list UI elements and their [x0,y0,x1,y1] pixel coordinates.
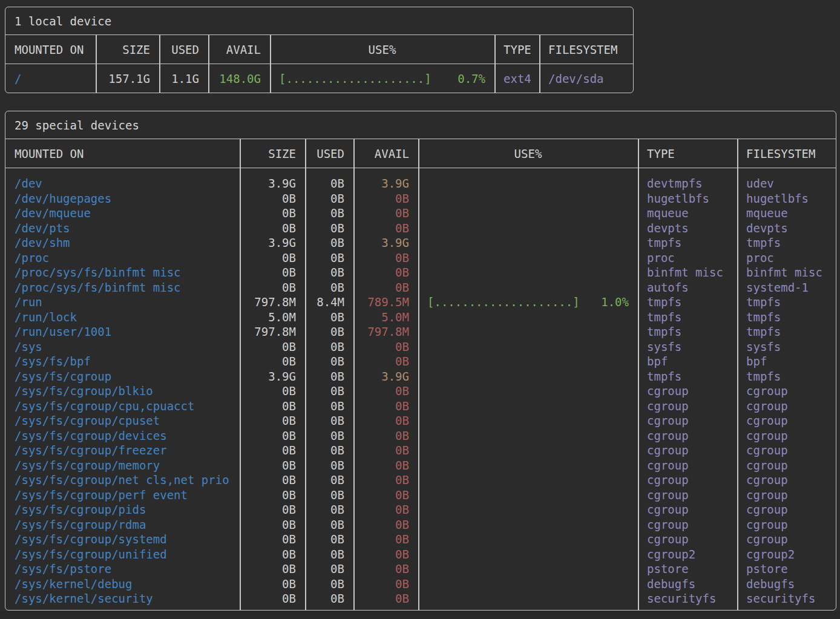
used-value: 0B [305,206,353,220]
avail-value: 0B [353,355,418,368]
special-devices-header-row: MOUNTED ON SIZE USED AVAIL USE% TYPE FIL… [5,139,836,168]
table-row: /sys/fs/cgroup/perf_event 0B 0B 0B cgrou… [5,488,836,503]
size-value: 0B [240,592,305,605]
filesystem: tmpfs [737,310,835,324]
table-row: /sys/fs/cgroup/cpuset 0B 0B 0B cgroup cg… [5,413,836,428]
size-value: 0B [240,562,305,575]
mount-point: /proc/sys/fs/binfmt_misc [5,266,240,279]
header-type: TYPE [494,35,539,64]
used-value: 0B [305,414,353,427]
mount-point: /sys/fs/cgroup/pids [5,503,240,516]
filesystem: cgroup [737,414,835,427]
avail-value: 0B [353,251,418,264]
filesystem: cgroup [737,503,835,516]
size-value: 0B [240,577,305,591]
used-value: 0B [305,399,353,413]
table-row: /dev/mqueue 0B 0B 0B mqueue mqueue [5,206,836,221]
filesystem: proc [737,251,835,264]
used-value: 0B [305,488,353,502]
avail-value: 0B [353,459,418,472]
table-row: /sys/fs/cgroup/blkio 0B 0B 0B cgroup cgr… [5,384,836,399]
table-row: /sys/kernel/debug 0B 0B 0B debugfs debug… [5,577,836,592]
size-value: 0B [240,444,305,457]
column-divider [208,35,209,93]
column-divider [270,35,271,93]
fs-type: bpf [638,355,737,368]
table-row: /sys/fs/cgroup/net_cls,net_prio 0B 0B 0B… [5,473,836,488]
table-row: /dev 3.9G 0B 3.9G devtmpfs udev [5,176,836,191]
avail-value: 0B [353,503,418,516]
filesystem: cgroup [737,384,835,398]
size-value: 3.9G [240,177,305,190]
filesystem: /dev/sda [539,72,632,85]
fs-type: devtmpfs [638,177,737,190]
fs-type: ext4 [494,72,539,85]
fs-type: sysfs [638,340,737,353]
size-value: 0B [240,281,305,294]
fs-type: cgroup [638,503,737,516]
size-value: 0B [240,503,305,516]
used-value: 1.1G [159,72,208,85]
used-value: 0B [305,518,353,531]
filesystem: securityfs [737,592,835,605]
table-row: /proc/sys/fs/binfmt_misc 0B 0B 0B autofs… [5,280,836,295]
fs-type: binfmt_misc [638,266,737,279]
mount-point: /sys/fs/cgroup/freezer [5,444,240,457]
terminal-bottom-edge [0,611,840,619]
size-value: 0B [240,221,305,235]
duf-terminal-output: 1 local device MOUNTED ON SIZE USED AVAI… [5,7,836,611]
avail-value: 0B [353,518,418,531]
local-devices-title: 1 local device [5,7,633,35]
mount-point: /run/user/1001 [5,325,240,338]
used-value: 0B [305,532,353,546]
filesystem: cgroup [737,399,835,413]
avail-value: 0B [353,592,418,605]
used-value: 0B [305,310,353,324]
table-row: /run/user/1001 797.8M 0B 797.8M tmpfs tm… [5,324,836,339]
size-value: 0B [240,251,305,264]
avail-value: 3.9G [353,370,418,383]
used-value: 0B [305,429,353,442]
fs-type: cgroup2 [638,548,737,561]
mount-point: /sys/fs/cgroup/devices [5,429,240,442]
fs-type: cgroup [638,429,737,442]
used-value: 0B [305,370,353,383]
use-percent-cell: [....................]1.0% [418,295,638,309]
mount-point: /sys/fs/cgroup/unified [5,548,240,561]
table-row: /sys 0B 0B 0B sysfs sysfs [5,339,836,355]
used-value: 0B [305,384,353,398]
table-row: /sys/fs/cgroup/pids 0B 0B 0B cgroup cgro… [5,502,836,517]
mount-point: /sys/fs/cgroup/perf_event [5,488,240,502]
mount-point: /sys/fs/cgroup/cpu,cpuacct [5,399,240,413]
size-value: 0B [240,384,305,398]
header-size: SIZE [96,35,159,64]
used-value: 0B [305,192,353,205]
size-value: 0B [240,473,305,486]
filesystem: tmpfs [737,295,835,309]
filesystem: tmpfs [737,325,835,338]
filesystem: sysfs [737,340,835,353]
fs-type: proc [638,251,737,264]
mount-point: /dev/shm [5,236,240,249]
table-row: /dev/shm 3.9G 0B 3.9G tmpfs tmpfs [5,235,836,251]
fs-type: cgroup [638,473,737,486]
avail-value: 789.5M [353,295,418,309]
size-value: 0B [240,532,305,546]
header-filesystem: FILESYSTEM [737,139,835,168]
header-use-pct: USE% [270,35,494,64]
mount-point: /sys/fs/cgroup/memory [5,459,240,472]
used-value: 0B [305,562,353,575]
avail-value: 0B [353,414,418,427]
size-value: 0B [240,340,305,353]
mount-point: /sys/fs/cgroup/net_cls,net_prio [5,473,240,486]
local-devices-table: 1 local device MOUNTED ON SIZE USED AVAI… [5,7,634,93]
mount-point: /run [5,295,240,309]
used-value: 0B [305,473,353,486]
mount-point: /dev/hugepages [5,192,240,205]
fs-type: debugfs [638,577,737,591]
filesystem: cgroup [737,429,835,442]
size-value: 797.8M [240,325,305,338]
size-value: 3.9G [240,370,305,383]
special-devices-table: 29 special devices MOUNTED ON SIZE USED … [5,111,836,611]
mount-point: /run/lock [5,310,240,324]
